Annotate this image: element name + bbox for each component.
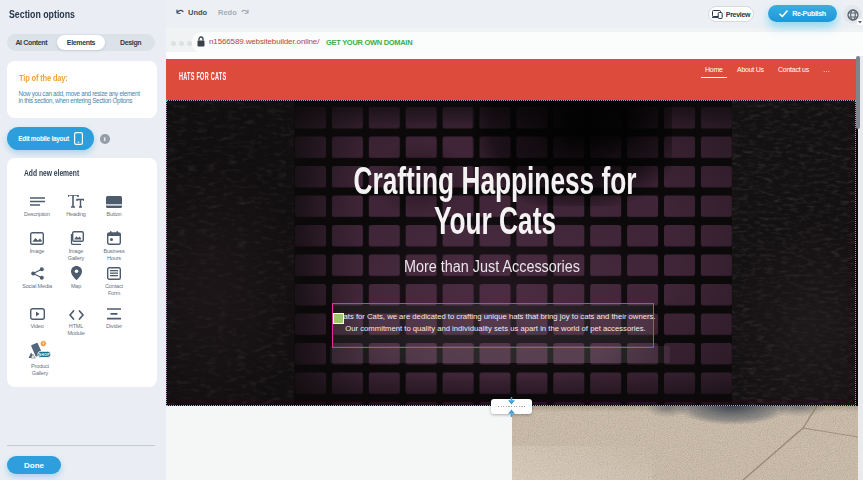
svg-text:SHOP: SHOP [38,353,49,357]
